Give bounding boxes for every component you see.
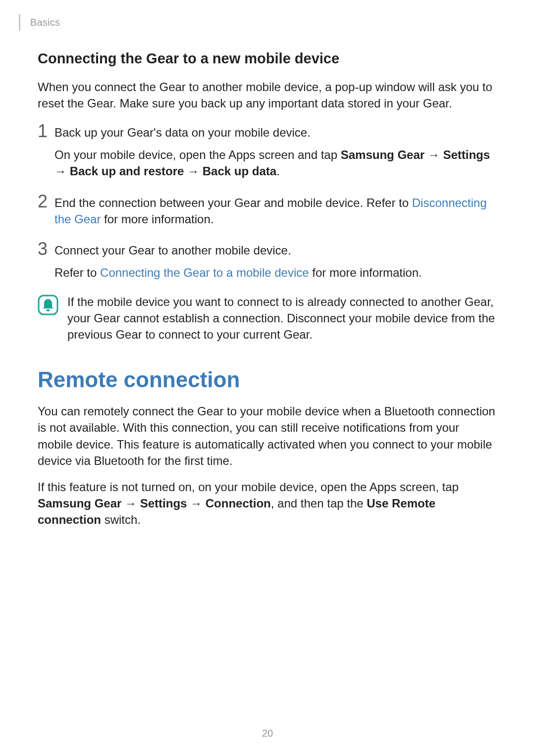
bell-icon bbox=[38, 295, 58, 315]
note-text: If the mobile device you want to connect… bbox=[67, 294, 497, 343]
header-accent-bar bbox=[19, 14, 20, 31]
step-text: End the connection between your Gear and… bbox=[54, 195, 497, 227]
step-2: 2 End the connection between your Gear a… bbox=[38, 193, 497, 227]
remote-paragraph-2: If this feature is not turned on, on you… bbox=[38, 479, 497, 528]
step-number: 2 bbox=[38, 193, 54, 210]
step-list: 1 Back up your Gear's data on your mobil… bbox=[38, 122, 497, 281]
step-body: Back up your Gear's data on your mobile … bbox=[54, 122, 497, 179]
step-text: Connect your Gear to another mobile devi… bbox=[54, 242, 497, 258]
step-body: End the connection between your Gear and… bbox=[54, 193, 497, 227]
step-number: 3 bbox=[38, 240, 54, 258]
step-3: 3 Connect your Gear to another mobile de… bbox=[38, 240, 497, 281]
subsection-heading: Connecting the Gear to a new mobile devi… bbox=[38, 50, 497, 67]
page-number: 20 bbox=[0, 728, 535, 739]
section-label: Basics bbox=[30, 17, 60, 28]
remote-paragraph-1: You can remotely connect the Gear to you… bbox=[38, 403, 497, 468]
page-header: Basics bbox=[0, 14, 60, 31]
section-heading: Remote connection bbox=[38, 367, 497, 392]
step-body: Connect your Gear to another mobile devi… bbox=[54, 240, 497, 281]
step-text: Refer to Connecting the Gear to a mobile… bbox=[54, 264, 497, 281]
step-text: Back up your Gear's data on your mobile … bbox=[54, 124, 497, 141]
page-content: Connecting the Gear to a new mobile devi… bbox=[38, 50, 497, 538]
link-connecting-gear[interactable]: Connecting the Gear to a mobile device bbox=[100, 266, 309, 279]
step-1: 1 Back up your Gear's data on your mobil… bbox=[38, 122, 497, 179]
intro-paragraph: When you connect the Gear to another mob… bbox=[38, 79, 497, 111]
note-callout: If the mobile device you want to connect… bbox=[38, 294, 497, 343]
step-text: On your mobile device, open the Apps scr… bbox=[54, 147, 497, 179]
step-number: 1 bbox=[38, 122, 54, 140]
